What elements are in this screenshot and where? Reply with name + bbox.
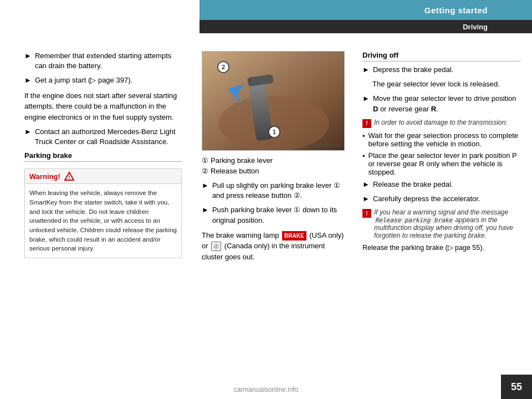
subheader-bar: Driving: [200, 20, 532, 33]
list-item: ► Contact an authorized Mercedes-Benz Li…: [24, 127, 182, 147]
caption-row: ② Release button: [202, 167, 348, 175]
bullet-arrow-icon: ►: [362, 94, 370, 114]
warn-icon-2: !: [362, 209, 371, 218]
warning-header: Warning! !: [25, 169, 181, 184]
warning-box: Warning! ! When leaving the vehicle, alw…: [24, 168, 182, 258]
list-item: ► Move the gear selector lever to drive …: [362, 94, 521, 114]
bullet-arrow-icon: ►: [362, 194, 370, 204]
brake-badge: BRAKE: [282, 231, 306, 241]
right-column: Driving off ► Depress the brake pedal. T…: [357, 40, 532, 375]
header-bar: Getting started: [200, 0, 532, 20]
dot-text: Place the gear selector lever in park po…: [369, 151, 521, 176]
warn-icon: !: [362, 119, 371, 128]
main-content: ► Remember that extended starting attemp…: [0, 40, 532, 375]
warning-label: Warning!: [29, 172, 60, 181]
parking-brake-diagram: 1 2 P42.20-2351-31: [202, 51, 345, 151]
parking-brake-heading: Parking brake: [24, 151, 182, 162]
bullet-text: Carefully depress the accelerator.: [373, 194, 480, 204]
list-item: • Wait for the gear selection process to…: [362, 131, 521, 148]
list-item: ► Carefully depress the accelerator.: [362, 194, 521, 204]
bullet-arrow-icon: ►: [362, 180, 370, 190]
bullet-text: Get a jump start (▷ page 397).: [35, 75, 132, 85]
bullet-arrow-icon: ►: [202, 205, 209, 225]
dot-text: Wait for the gear selection process to c…: [369, 131, 521, 148]
brake-body-text-1: The brake warning lamp: [202, 231, 279, 239]
caption-text-2: Release button: [211, 167, 259, 175]
list-item: ► Remember that extended starting attemp…: [24, 51, 182, 71]
warning-note-text: In order to avoid damage to the transmis…: [374, 119, 508, 126]
bullet-text: Move the gear selector lever to drive po…: [373, 94, 521, 114]
bullet-arrow-icon: ►: [24, 127, 32, 147]
bullet-arrow-icon: ►: [202, 181, 209, 201]
subheader-title: Driving: [463, 23, 488, 31]
warning-note: ! In order to avoid damage to the transm…: [362, 119, 521, 128]
list-item: ► Depress the brake pedal.: [362, 65, 521, 75]
warning-body: When leaving the vehicle, always remove …: [25, 184, 181, 258]
middle-column: 1 2 P42.20-2351-31 ① Parking brake lever…: [193, 40, 357, 375]
bullet-text: Push parking brake lever ① down to its o…: [212, 205, 348, 225]
page-number-badge: 55: [501, 375, 532, 399]
italic-warning-note: ! If you hear a warning signal and the m…: [362, 208, 521, 239]
bullet-arrow-icon: ►: [362, 65, 370, 75]
list-item: ► Push parking brake lever ① down to its…: [202, 205, 348, 225]
bullet-text: Release the brake pedal.: [373, 180, 453, 190]
caption-num-2: ②: [202, 167, 208, 175]
bullet-arrow-icon: ►: [24, 75, 32, 85]
caption-row: ① Parking brake lever: [202, 156, 348, 165]
dot-icon: •: [362, 152, 365, 176]
warning-triangle-icon: !: [64, 171, 75, 181]
italic-note-1: If you hear a warning signal and the mes…: [374, 208, 508, 216]
list-item: • Place the gear selector lever in park …: [362, 151, 521, 176]
caption-num-1: ①: [202, 156, 208, 165]
d-badge: ⓓ: [211, 242, 221, 251]
left-column: ► Remember that extended starting attemp…: [0, 40, 193, 375]
ref-text: Release the parking brake (▷ page 55).: [362, 243, 521, 253]
bullet-text: Depress the brake pedal.: [373, 65, 453, 75]
bullet-text: Pull up slightly on parking brake lever …: [212, 181, 348, 201]
driving-off-heading: Driving off: [362, 51, 521, 62]
brake-warning-text: The brake warning lamp BRAKE (USA only) …: [202, 230, 348, 263]
sub-text: The gear selector lever lock is released…: [372, 79, 521, 89]
bullet-text: Contact an authorized Mercedes-Benz Ligh…: [35, 127, 182, 147]
list-item: ► Pull up slightly on parking brake leve…: [202, 181, 348, 201]
italic-note-text: If you hear a warning signal and the mes…: [374, 208, 521, 239]
svg-text:2: 2: [222, 64, 225, 70]
list-item: ► Release the brake pedal.: [362, 180, 521, 190]
bullet-arrow-icon: ►: [24, 51, 32, 71]
svg-text:!: !: [68, 175, 70, 180]
caption-text-1: Parking brake lever: [211, 156, 273, 165]
watermark: carmanualsonline.info: [234, 386, 299, 393]
page-number: 55: [511, 381, 522, 393]
code-text: Release parking brake: [374, 217, 453, 224]
body-text: If the engine does not start after sever…: [24, 90, 182, 123]
dot-icon: •: [362, 132, 365, 148]
header-title: Getting started: [424, 6, 488, 15]
svg-text:1: 1: [273, 129, 276, 135]
bullet-text: Remember that extended starting attempts…: [35, 51, 182, 71]
list-item: ► Get a jump start (▷ page 397).: [24, 75, 182, 85]
diagram-caption: P42.20-2351-31: [306, 142, 342, 148]
